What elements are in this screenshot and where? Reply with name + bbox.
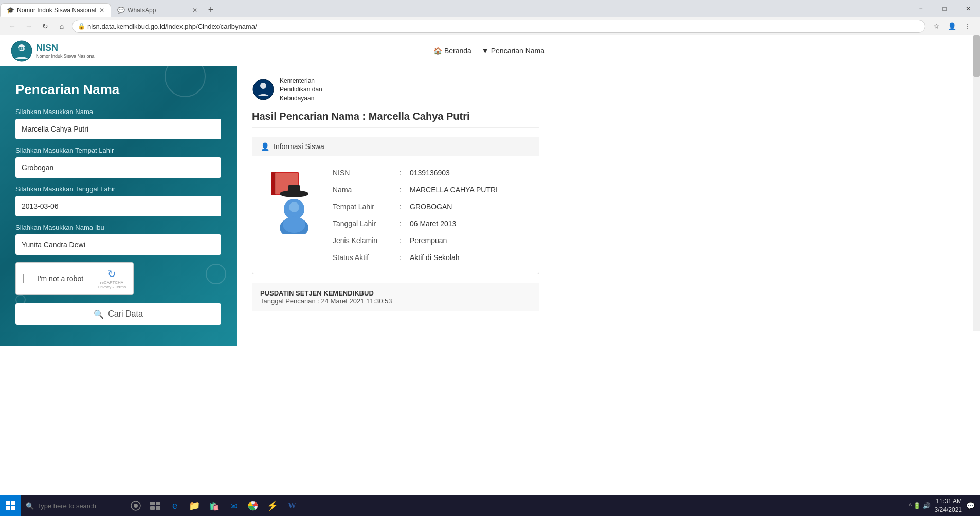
- profile-button[interactable]: 👤: [945, 20, 958, 33]
- address-bar: ← → ↻ ⌂ 🔒 nisn.data.kemdikbud.go.id/inde…: [0, 17, 980, 35]
- svg-rect-17: [11, 501, 15, 505]
- nav-pencarian-nama[interactable]: ▼ Pencarian Nama: [482, 47, 545, 55]
- folder-icon: 📁: [189, 500, 200, 511]
- taskbar-store[interactable]: 🛍️: [205, 495, 223, 516]
- svg-point-15: [283, 216, 305, 233]
- info-section-header: 👤 Informasi Siswa: [252, 137, 539, 156]
- word-icon: W: [288, 501, 296, 510]
- site-header: NISN NISN Nomor Induk Siswa Nasional 🏠 B…: [0, 35, 555, 66]
- captcha-checkbox[interactable]: [23, 274, 32, 283]
- tab-whatsapp-close[interactable]: ✕: [192, 7, 197, 14]
- ssl-lock-icon: 🔒: [78, 23, 85, 30]
- home-button[interactable]: ⌂: [56, 20, 68, 32]
- tab-nisn-title: Nomor Induk Siswa Nasional: [17, 7, 96, 14]
- maximize-button[interactable]: □: [933, 0, 956, 17]
- taskbar-word[interactable]: W: [283, 495, 301, 516]
- taskbar-file-explorer[interactable]: 📁: [185, 495, 204, 516]
- tab-whatsapp[interactable]: 💬 WhatsApp ✕: [111, 3, 204, 17]
- input-tanggal-lahir[interactable]: [15, 196, 221, 216]
- system-tray-icons: ^ 🔋 🔊: [909, 502, 930, 509]
- nisn-label: NISN: [333, 169, 400, 177]
- svg-rect-6: [271, 172, 275, 195]
- scrollbar-track[interactable]: [973, 35, 980, 331]
- outlook-icon: ✉: [230, 501, 237, 511]
- kemendikbud-text: Kementerian Pendidikan dan Kebudayaan: [280, 77, 322, 102]
- tab-nisn-favicon: 🎓: [7, 7, 14, 14]
- svg-rect-16: [6, 501, 10, 505]
- start-button[interactable]: [0, 495, 21, 516]
- search-button[interactable]: 🔍 Cari Data: [15, 303, 221, 325]
- info-table: NISN : 0139136903 Nama : MARCELLA CAHYA …: [333, 164, 531, 266]
- minimize-button[interactable]: −: [909, 0, 933, 17]
- svg-point-21: [134, 504, 138, 508]
- notification-icon[interactable]: 💬: [966, 502, 975, 510]
- close-button[interactable]: ✕: [956, 0, 980, 17]
- svg-rect-22: [150, 502, 155, 505]
- svg-point-4: [260, 83, 266, 89]
- edge-icon: e: [172, 501, 177, 511]
- tab-bar: 🎓 Nomor Induk Siswa Nasional ✕ 💬 WhatsAp…: [0, 0, 980, 17]
- nama-colon: :: [400, 186, 410, 194]
- taskbar-edge[interactable]: e: [166, 495, 184, 516]
- taskbar-outlook[interactable]: ✉: [224, 495, 243, 516]
- input-tempat-lahir[interactable]: [15, 157, 221, 178]
- search-sidebar: Pencarian Nama Silahkan Masukkan Nama Si…: [0, 66, 237, 346]
- taskbar-chrome[interactable]: [244, 495, 262, 516]
- tab-whatsapp-favicon: 💬: [117, 7, 124, 14]
- info-row-tempat-lahir: Tempat Lahir : GROBOGAN: [333, 198, 531, 215]
- captcha-logo: ↻ reCAPTCHA Privacy - Terms: [98, 268, 126, 289]
- result-title: Hasil Pencarian Nama : Marcella Cahya Pu…: [252, 110, 539, 128]
- nama-label: Nama: [333, 186, 400, 194]
- task-view-icon: [150, 502, 160, 510]
- tab-nisn-close[interactable]: ✕: [99, 7, 104, 14]
- captcha-label: I'm not a robot: [38, 274, 83, 283]
- result-footer: PUSDATIN SETJEN KEMENDIKBUD Tanggal Penc…: [252, 283, 539, 311]
- nisn-logo-icon: NISN: [10, 40, 33, 62]
- taskbar-flash[interactable]: ⚡: [263, 495, 282, 516]
- scrollbar-thumb[interactable]: [973, 35, 980, 77]
- url-text: nisn.data.kemdikbud.go.id/index.php/Cind…: [87, 23, 257, 30]
- taskbar-search-area[interactable]: 🔍: [21, 495, 124, 516]
- taskbar-system-tray: ^ 🔋 🔊 11:31 AM 3/24/2021 💬: [909, 497, 980, 514]
- recaptcha-subtext: Privacy - Terms: [98, 285, 126, 289]
- taskbar-clock[interactable]: 11:31 AM 3/24/2021: [935, 497, 962, 514]
- taskbar-cortana[interactable]: [126, 495, 145, 516]
- url-bar[interactable]: 🔒 nisn.data.kemdikbud.go.id/index.php/Ci…: [72, 20, 925, 33]
- label-nama: Silahkan Masukkan Nama: [15, 108, 221, 116]
- new-tab-button[interactable]: +: [204, 3, 218, 17]
- taskbar-search-icon: 🔍: [26, 502, 34, 510]
- nisn-colon: :: [400, 169, 410, 177]
- window-controls: − □ ✕: [909, 0, 980, 17]
- label-tanggal-lahir: Silahkan Masukkan Tanggal Lahir: [15, 185, 221, 193]
- nav-beranda[interactable]: 🏠 Beranda: [433, 47, 471, 55]
- taskbar-search-input[interactable]: [37, 502, 119, 510]
- tempat-lahir-colon: :: [400, 202, 410, 211]
- status-aktif-label: Status Aktif: [333, 253, 400, 262]
- svg-rect-18: [6, 506, 10, 510]
- back-button[interactable]: ←: [6, 20, 19, 32]
- store-icon: 🛍️: [209, 501, 219, 511]
- svg-point-3: [253, 79, 274, 100]
- tab-nisn[interactable]: 🎓 Nomor Induk Siswa Nasional ✕: [0, 3, 111, 17]
- captcha-box[interactable]: I'm not a robot ↻ reCAPTCHA Privacy - Te…: [15, 262, 134, 295]
- info-body: NISN : 0139136903 Nama : MARCELLA CAHYA …: [252, 156, 539, 274]
- menu-button[interactable]: ⋮: [960, 20, 974, 33]
- bookmark-star-button[interactable]: ☆: [930, 20, 943, 33]
- status-aktif-colon: :: [400, 253, 410, 262]
- input-nama-ibu[interactable]: [15, 234, 221, 255]
- svg-point-13: [289, 202, 299, 212]
- student-avatar: [261, 164, 322, 236]
- input-nama[interactable]: [15, 119, 221, 139]
- taskbar-task-view[interactable]: [146, 495, 165, 516]
- refresh-button[interactable]: ↻: [39, 20, 51, 32]
- nisn-value: 0139136903: [410, 169, 450, 177]
- person-icon: 👤: [261, 142, 269, 151]
- filter-icon: ▼: [482, 47, 489, 55]
- status-aktif-value: Aktif di Sekolah: [410, 253, 460, 262]
- forward-button[interactable]: →: [23, 20, 35, 32]
- info-row-nama: Nama : MARCELLA CAHYA PUTRI: [333, 181, 531, 198]
- jenis-kelamin-colon: :: [400, 236, 410, 245]
- taskbar-app-icons: e 📁 🛍️ ✉ ⚡ W: [124, 495, 303, 516]
- svg-rect-19: [11, 506, 15, 510]
- jenis-kelamin-value: Perempuan: [410, 236, 447, 245]
